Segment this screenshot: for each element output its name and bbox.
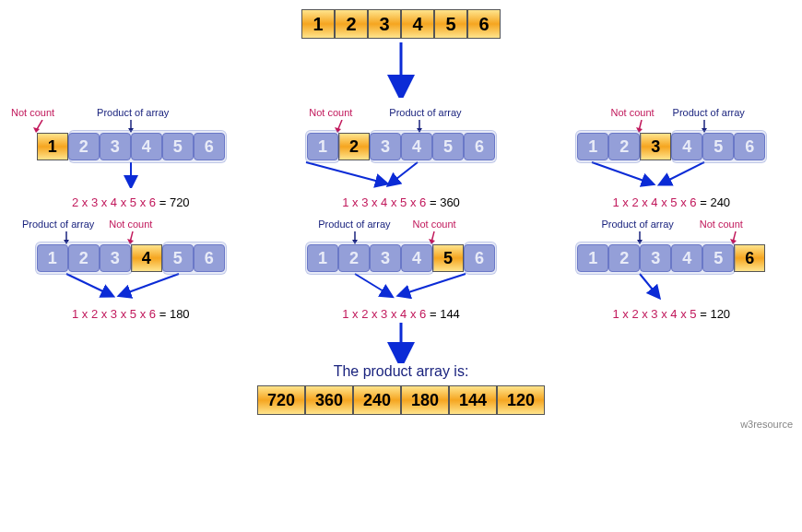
diagram-root: 1 2 3 4 5 6 Not count Product of array 1… [9, 9, 793, 430]
group-5: Product of array Not count 1 2 3 4 5 6 [550, 219, 794, 321]
formula: 2 x 3 x 4 x 5 x 6 = 720 [72, 195, 190, 209]
prod-cell: 2 [68, 244, 100, 272]
cells-row: 1 2 3 4 5 6 [307, 244, 495, 272]
credit-text: w3resource [9, 419, 793, 430]
label-arrows-icon [560, 120, 782, 133]
label-arrows-icon [20, 120, 242, 133]
prod-cell: 4 [671, 133, 702, 160]
groups-row-1: Not count Product of array 1 2 3 4 5 6 [9, 107, 793, 209]
input-cell: 5 [434, 9, 467, 39]
input-cell: 6 [467, 9, 501, 39]
skip-cell: 1 [37, 133, 68, 160]
prod-cell: 5 [432, 133, 464, 160]
result-cell: 360 [305, 385, 353, 415]
prod-cell: 4 [671, 244, 702, 272]
connector-icon [560, 272, 782, 300]
formula: 1 x 2 x 3 x 5 x 6 = 180 [72, 307, 190, 321]
cells-row: 1 2 3 4 5 6 [37, 244, 225, 272]
label-row: Not count Product of array [550, 107, 794, 118]
prod-cell: 1 [37, 244, 68, 272]
groups-row-2: Product of array Not count 1 2 3 4 5 6 [9, 219, 793, 321]
product-label: Product of array [22, 219, 94, 230]
svg-line-19 [403, 274, 466, 294]
prod-cell: 5 [702, 133, 734, 160]
label-row: Not count Product of array [279, 107, 523, 118]
prod-cell: 1 [577, 133, 608, 160]
prod-cell: 3 [100, 244, 131, 272]
svg-line-6 [306, 162, 383, 183]
arrow-down-icon [383, 321, 419, 363]
label-arrows-icon [290, 231, 512, 244]
prod-cell: 6 [464, 244, 495, 272]
skip-cell: 5 [432, 244, 464, 272]
svg-line-22 [640, 274, 656, 294]
prod-cell: 1 [307, 133, 338, 160]
input-cell: 4 [401, 9, 434, 39]
product-label: Product of array [673, 107, 745, 118]
input-cell: 2 [335, 9, 368, 39]
prod-cell: 4 [131, 133, 162, 160]
svg-line-14 [66, 274, 109, 294]
skip-cell: 2 [338, 133, 370, 160]
result-cell: 144 [449, 385, 497, 415]
prod-cell: 6 [194, 133, 225, 160]
label-row: Not count Product of array [9, 107, 253, 118]
arrow-down-icon [383, 42, 419, 98]
formula: 1 x 2 x 4 x 5 x 6 = 240 [612, 195, 730, 209]
label-row: Product of array Not count [550, 219, 794, 230]
prod-cell: 3 [640, 244, 671, 272]
skip-cell: 6 [734, 244, 765, 272]
input-cell: 3 [368, 9, 401, 39]
prod-cell: 1 [577, 244, 608, 272]
label-row: Product of array Not count [9, 219, 253, 230]
prod-cell: 2 [338, 244, 370, 272]
product-label: Product of array [97, 107, 169, 118]
prod-cell: 2 [608, 244, 640, 272]
connector-icon [560, 160, 782, 188]
result-cell: 120 [497, 385, 545, 415]
prod-cell: 3 [370, 244, 401, 272]
group-1: Not count Product of array 1 2 3 4 5 6 [279, 107, 523, 209]
not-count-label: Not count [309, 107, 352, 118]
formula: 1 x 2 x 3 x 4 x 6 = 144 [342, 307, 460, 321]
input-array: 1 2 3 4 5 6 [301, 9, 501, 39]
not-count-label: Not count [413, 219, 456, 230]
prod-cell: 1 [307, 244, 338, 272]
not-count-label: Not count [611, 107, 655, 118]
not-count-label: Not count [11, 107, 54, 118]
prod-cell: 5 [162, 133, 194, 160]
product-label: Product of array [602, 219, 674, 230]
group-4: Product of array Not count 1 2 3 4 5 6 [279, 219, 523, 321]
prod-cell: 2 [608, 133, 640, 160]
prod-cell: 3 [370, 133, 401, 160]
result-cell: 240 [353, 385, 401, 415]
result-array: 720 360 240 180 144 120 [257, 385, 545, 415]
result-title: The product array is: [334, 363, 469, 380]
prod-cell: 6 [464, 133, 495, 160]
label-arrows-icon [560, 231, 782, 244]
svg-line-10 [592, 162, 649, 183]
input-cell: 1 [301, 9, 335, 39]
connector-icon [290, 160, 512, 188]
label-row: Product of array Not count [279, 219, 523, 230]
label-arrows-icon [20, 231, 242, 244]
cells-row: 1 2 3 4 5 6 [37, 133, 225, 160]
connector-icon [20, 272, 242, 300]
not-count-label: Not count [109, 219, 152, 230]
label-arrows-icon [290, 120, 512, 133]
svg-line-7 [392, 162, 418, 183]
prod-cell: 5 [702, 244, 734, 272]
cells-row: 1 2 3 4 5 6 [307, 133, 495, 160]
not-count-label: Not count [700, 219, 743, 230]
group-2: Not count Product of array 1 2 3 4 5 6 [550, 107, 794, 209]
formula: 1 x 2 x 3 x 4 x 5 = 120 [612, 307, 730, 321]
result-cell: 180 [401, 385, 449, 415]
connector-icon [20, 160, 242, 188]
connector-icon [290, 272, 512, 300]
prod-cell: 6 [194, 244, 225, 272]
cells-row: 1 2 3 4 5 6 [577, 244, 765, 272]
prod-cell: 4 [401, 133, 432, 160]
cells-row: 1 2 3 4 5 6 [577, 133, 765, 160]
prod-cell: 4 [401, 244, 432, 272]
formula: 1 x 3 x 4 x 5 x 6 = 360 [342, 195, 460, 209]
